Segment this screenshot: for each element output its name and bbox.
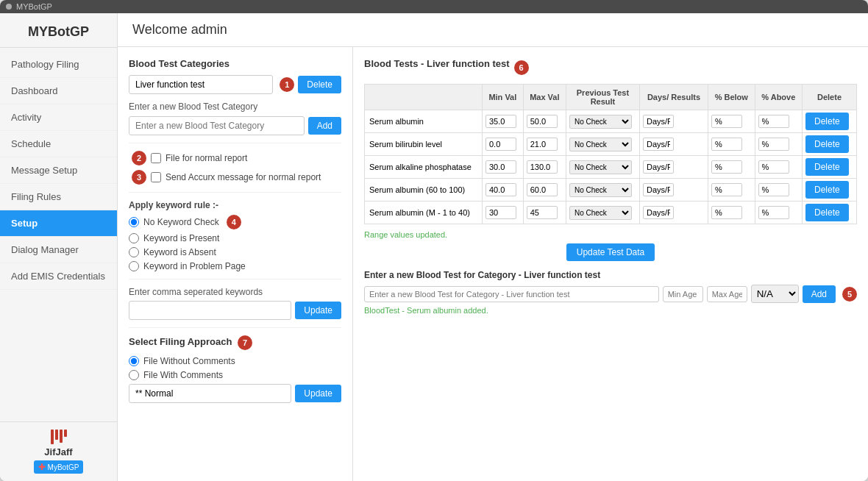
below-input[interactable] [711,206,742,219]
days-res-input[interactable] [643,160,674,174]
max-val-input[interactable] [527,206,558,219]
sidebar-item-dialog-manager[interactable]: Dialog Manager [0,237,117,263]
days-res-input[interactable] [643,115,674,128]
keywords-label: Enter comma seperated keywords [129,287,341,297]
step-badge-4: 4 [227,215,241,229]
above-input[interactable] [758,206,789,219]
col-max-val: Max Val [523,85,566,110]
table-row: Serum bilirubin level No Check Check Del… [365,133,857,156]
radio-keyword-absent[interactable] [129,247,139,257]
gender-select[interactable]: N/A Male Female [751,285,799,303]
max-val-input[interactable] [527,115,558,128]
file-normal-checkbox[interactable] [151,153,161,163]
update-test-data-button[interactable]: Update Test Data [566,243,655,261]
max-val-cell [523,202,566,224]
content-area: Welcome admin Blood Test Categories 1 De… [118,13,868,481]
sidebar-item-pathology[interactable]: Pathology Filing [0,51,117,78]
delete-row-button[interactable]: Delete [805,135,849,153]
delete-cell: Delete [803,156,857,179]
above-input[interactable] [758,183,789,196]
prev-result-select[interactable]: No Check Check [569,115,632,129]
radio-present-row: Keyword is Present [129,233,341,243]
file-normal-label: File for normal report [166,153,247,163]
min-val-input[interactable] [485,115,516,128]
max-val-input[interactable] [527,183,558,196]
below-input[interactable] [711,160,742,174]
delete-cell: Delete [803,202,857,224]
delete-row-button[interactable]: Delete [805,158,849,176]
prev-result-select[interactable]: No Check Check [569,138,632,152]
blood-tests-table: Min Val Max Val Previous Test Result Day… [364,84,857,224]
sidebar-item-activity[interactable]: Activity [0,104,117,131]
days-res-cell [639,179,708,202]
category-input[interactable] [129,75,273,94]
delete-row-button[interactable]: Delete [805,204,849,221]
normal-value-input[interactable] [129,384,291,403]
radio-absent-label: Keyword is Absent [143,247,216,257]
new-category-title: Enter a new Blood Test Category [129,101,341,112]
table-row: Serum alkaline phosphatase No Check Chec… [365,156,857,179]
radio-no-check[interactable] [129,217,139,227]
new-category-input[interactable] [129,116,305,135]
radio-with-comments[interactable] [129,370,139,380]
max-val-cell [523,156,566,179]
radio-keyword-problem[interactable] [129,261,139,271]
new-test-input[interactable] [364,286,659,302]
logo-bar-1 [51,430,54,444]
step-badge-7: 7 [238,335,252,350]
content-header: Welcome admin [118,13,868,47]
keywords-update-button[interactable]: Update [295,302,341,319]
file-normal-row: 2 File for normal report [129,151,341,165]
days-res-input[interactable] [643,206,674,219]
max-val-input[interactable] [527,138,558,151]
radio-with-comments-row: File With Comments [129,370,341,380]
delete-category-button[interactable]: Delete [298,76,341,93]
delete-cell: Delete [803,110,857,133]
add-blood-test-button[interactable]: Add [803,285,836,303]
normal-update-button[interactable]: Update [295,385,341,402]
step-badge-2: 2 [132,151,146,165]
above-cell [755,156,802,179]
max-val-cell [523,133,566,156]
add-category-button[interactable]: Add [308,117,341,135]
prev-result-cell: No Check Check [566,202,639,224]
delete-row-button[interactable]: Delete [805,181,849,199]
above-cell [755,133,802,156]
sidebar-item-schedule[interactable]: Schedule [0,131,117,157]
radio-no-check-label: No Keyword Check [143,217,219,227]
max-val-input[interactable] [527,160,558,174]
sidebar-item-setup[interactable]: Setup [0,210,117,237]
below-input[interactable] [711,183,742,196]
min-val-cell [483,133,524,156]
above-input[interactable] [758,138,789,151]
prev-result-select[interactable]: No Check Check [569,183,632,197]
panel-header-row: Blood Tests - Liver function test 6 [364,58,857,76]
below-input[interactable] [711,138,742,151]
days-res-input[interactable] [643,138,674,151]
send-accurx-checkbox[interactable] [151,172,161,182]
above-input[interactable] [758,160,789,174]
radio-without-comments[interactable] [129,356,139,366]
delete-row-button[interactable]: Delete [805,113,849,130]
sidebar-item-filing-rules[interactable]: Filing Rules [0,184,117,210]
sidebar-item-message-setup[interactable]: Message Setup [0,157,117,184]
min-val-input[interactable] [485,183,516,196]
below-cell [708,156,755,179]
days-res-cell [639,110,708,133]
max-age-input[interactable] [707,286,747,302]
below-input[interactable] [711,115,742,128]
radio-keyword-present[interactable] [129,233,139,243]
days-res-input[interactable] [643,183,674,196]
min-val-input[interactable] [485,160,516,174]
test-name-cell: Serum albumin (M - 1 to 40) [365,202,483,224]
prev-result-select[interactable]: No Check Check [569,160,632,174]
days-res-cell [639,133,708,156]
sidebar-item-emis[interactable]: Add EMIS Credentials [0,263,117,290]
sidebar-item-dashboard[interactable]: Dashboard [0,78,117,104]
prev-result-select[interactable]: No Check Check [569,206,632,220]
above-input[interactable] [758,115,789,128]
min-age-input[interactable] [663,286,703,302]
keywords-input[interactable] [129,301,291,320]
min-val-input[interactable] [485,138,516,151]
min-val-input[interactable] [485,206,516,219]
